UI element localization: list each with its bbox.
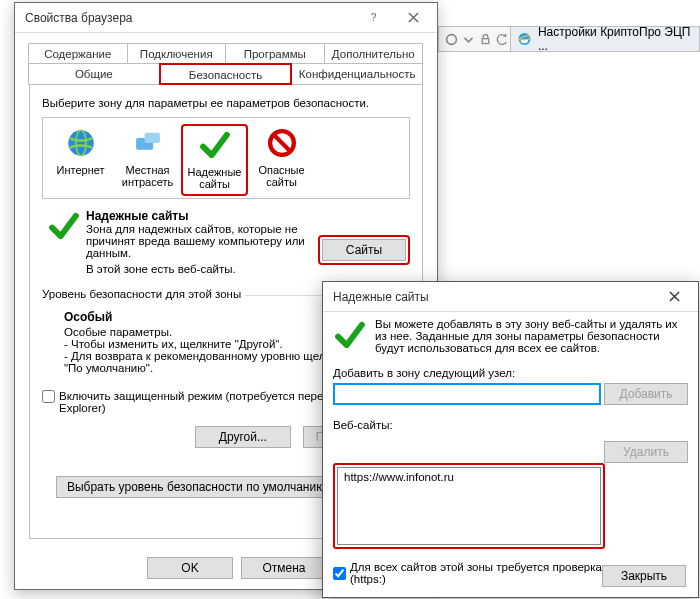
require-https-checkbox[interactable] (333, 567, 346, 580)
intranet-icon (131, 126, 165, 160)
browser-tab[interactable]: Настройки КриптоПро ЭЦП ... (510, 26, 700, 52)
restricted-icon (265, 126, 299, 160)
refresh-icon (496, 33, 509, 46)
trusted-message: Вы можете добавлять в эту зону веб-сайты… (375, 318, 688, 355)
zone-detail-icon (42, 209, 86, 245)
add-site-label: Добавить в зону следующий узел: (333, 367, 688, 379)
trusted-close-button[interactable]: Закрыть (602, 565, 686, 587)
svg-text:?: ? (370, 12, 376, 23)
ok-button[interactable]: OK (147, 557, 233, 579)
tab-programs[interactable]: Программы (225, 43, 325, 65)
check-icon (198, 128, 232, 162)
zone-selector: Интернет Местная интрасеть Надежные сайт… (42, 117, 410, 199)
chevron-down-icon (462, 33, 475, 46)
zone-internet[interactable]: Интернет (47, 124, 114, 196)
tab-general[interactable]: Общие (28, 63, 160, 85)
tab-privacy[interactable]: Конфиденциальность (291, 63, 423, 85)
svg-point-2 (518, 33, 530, 45)
tab-security[interactable]: Безопасность (159, 63, 293, 85)
sites-button[interactable]: Сайты (322, 239, 406, 261)
sites-list-highlight: https://www.infonot.ru (333, 463, 605, 549)
cancel-button[interactable]: Отмена (241, 557, 327, 579)
sites-button-highlight: Сайты (318, 235, 410, 265)
trusted-sites-dialog: Надежные сайты Вы можете добавлять в эту… (322, 281, 699, 598)
svg-point-5 (68, 130, 94, 156)
zone-restricted[interactable]: Опасные сайты (248, 124, 315, 196)
tab-connections[interactable]: Подключения (127, 43, 227, 65)
browser-tab-title: Настройки КриптоПро ЭЦП ... (538, 25, 693, 53)
custom-level-button[interactable]: Другой... (195, 426, 291, 448)
zone-detail-desc: Зона для надежных сайтов, которые не при… (86, 223, 306, 259)
add-site-button[interactable]: Добавить (604, 383, 688, 405)
protected-mode-checkbox[interactable] (42, 390, 55, 403)
dialog-title: Свойства браузера (25, 11, 133, 25)
sites-listbox[interactable]: https://www.infonot.ru (337, 467, 601, 545)
zone-intranet[interactable]: Местная интрасеть (114, 124, 181, 196)
remove-site-button[interactable]: Удалить (604, 441, 688, 463)
globe-icon (64, 126, 98, 160)
svg-rect-8 (144, 133, 159, 143)
lock-icon (479, 33, 492, 46)
zone-detail-title: Надежные сайты (86, 209, 188, 223)
trusted-title: Надежные сайты (333, 290, 429, 304)
tab-content[interactable]: Содержание (28, 43, 128, 65)
trusted-titlebar[interactable]: Надежные сайты (323, 282, 698, 312)
stop-icon (445, 33, 458, 46)
trusted-close-icon[interactable] (654, 282, 694, 312)
zone-trusted[interactable]: Надежные сайты (181, 124, 248, 196)
help-button[interactable]: ? (353, 3, 393, 33)
ie-icon (517, 31, 532, 47)
svg-rect-1 (482, 38, 489, 43)
add-site-input[interactable] (333, 383, 601, 405)
close-button[interactable] (393, 3, 433, 33)
svg-line-10 (273, 135, 290, 152)
url-bar-icons (439, 33, 515, 46)
sites-list-label: Веб-сайты: (333, 419, 688, 431)
dialog-titlebar[interactable]: Свойства браузера ? (15, 3, 437, 33)
tab-advanced[interactable]: Дополнительно (324, 43, 424, 65)
list-item[interactable]: https://www.infonot.ru (344, 471, 594, 483)
svg-point-0 (447, 34, 457, 44)
trusted-check-icon (333, 318, 367, 355)
zone-prompt: Выберите зону для параметры ее параметро… (42, 97, 410, 109)
